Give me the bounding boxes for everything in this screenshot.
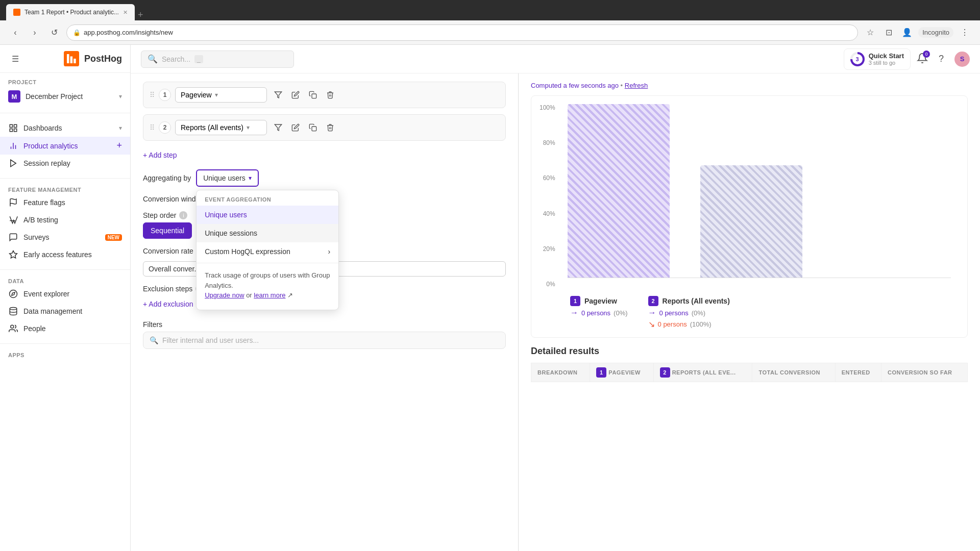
lock-icon: 🔒 [73, 29, 81, 36]
profile-icon[interactable]: 👤 [900, 26, 914, 40]
search-bar[interactable]: 🔍 Search... _ [141, 51, 294, 68]
step-2-dropdown[interactable]: Reports (All events) ▾ [175, 120, 267, 135]
step-2-actions [271, 120, 337, 135]
dropdown-divider [197, 263, 338, 263]
step-2-edit-icon[interactable] [288, 120, 303, 135]
sidebar-item-data-management[interactable]: Data management [0, 303, 130, 320]
compass-icon [8, 289, 18, 299]
col-converted: ENTERED [835, 363, 881, 382]
col-conversion-so-far: TOTAL CONVERSION [752, 363, 835, 382]
bookmark-icon[interactable]: ☆ [863, 26, 877, 40]
reload-button[interactable]: ↺ [47, 26, 61, 40]
step-1-filter-icon[interactable] [271, 88, 285, 102]
step-2-copy-icon[interactable] [306, 120, 320, 135]
user-avatar[interactable]: S [954, 52, 970, 67]
sidebar-item-session-replay-label: Session replay [23, 159, 122, 167]
sequential-button[interactable]: Sequential [143, 222, 192, 239]
topnav-right: 3 Quick Start 3 still to go 0 ? S [844, 48, 970, 70]
step-1-copy-icon[interactable] [306, 88, 320, 102]
aggregating-dropdown[interactable]: Unique users ▾ [196, 169, 259, 187]
dropdown-section-title: EVENT AGGREGATION [197, 194, 338, 206]
browser-nav: ‹ › ↺ 🔒 app.posthog.com/insights/new ☆ ⊡… [0, 20, 980, 45]
aggregating-value: Unique users [203, 174, 246, 182]
legend-reports: 2 Reports (All events) → 0 persons (0%) … [648, 296, 730, 329]
notifications-button[interactable]: 0 [917, 53, 928, 66]
sidebar-divider-1 [0, 113, 130, 113]
sidebar-item-people-label: People [23, 324, 122, 333]
aggregating-label: Aggregating by [143, 174, 191, 182]
sidebar-item-surveys[interactable]: Surveys NEW [0, 229, 130, 246]
drag-handle-2[interactable]: ⠿ [150, 123, 155, 132]
project-selector[interactable]: M December Project ▾ [0, 86, 130, 107]
sidebar-item-dashboards[interactable]: Dashboards ▾ [0, 119, 130, 137]
step-1-edit-icon[interactable] [288, 88, 303, 102]
legend-pageview-arrow-icon: → [570, 308, 578, 317]
project-letter: M [8, 90, 20, 103]
upgrade-now-link[interactable]: Upgrade now [205, 291, 244, 299]
step-row-2: ⠿ 2 Reports (All events) ▾ [143, 114, 506, 141]
upgrade-section: Track usage of groups of users with Grou… [197, 265, 338, 306]
custom-hogql-arrow-icon: › [328, 247, 331, 256]
tab-close-icon[interactable]: ✕ [123, 9, 128, 16]
notification-badge: 0 [923, 51, 930, 58]
active-tab[interactable]: Team 1 Report • Product analytic... ✕ [6, 4, 135, 20]
cast-icon[interactable]: ⊡ [881, 26, 896, 40]
address-bar[interactable]: 🔒 app.posthog.com/insights/new [66, 24, 858, 41]
filter-bar[interactable]: 🔍 Filter internal and user users... [143, 332, 506, 349]
step-1-dropdown[interactable]: Pageview ▾ [175, 87, 267, 103]
svg-rect-6 [10, 129, 12, 132]
sidebar-item-data-management-label: Data management [23, 307, 122, 315]
dropdown-item-unique-sessions[interactable]: Unique sessions [197, 224, 338, 242]
y-label-0: 0% [540, 281, 555, 288]
add-analytics-icon[interactable]: + [116, 140, 122, 151]
sidebar-item-event-explorer[interactable]: Event explorer [0, 285, 130, 303]
sidebar-item-feature-flags[interactable]: Feature flags [0, 194, 130, 211]
search-shortcut: _ [194, 55, 203, 63]
sidebar-header: ☰ PostHog [0, 45, 130, 73]
sidebar-item-early-access[interactable]: Early access features [0, 246, 130, 263]
step-1-delete-icon[interactable] [323, 88, 337, 102]
filter-icon: 🔍 [150, 336, 158, 344]
drag-handle-1[interactable]: ⠿ [150, 91, 155, 99]
svg-marker-16 [12, 292, 15, 295]
sidebar-divider-2 [0, 178, 130, 179]
sidebar-item-product-analytics[interactable]: Product analytics + [0, 137, 130, 155]
results-header-row: BREAKDOWN 1 PAGEVIEW 2 [531, 363, 968, 382]
legend-reports-val2: 0 persons [658, 320, 687, 328]
new-tab-button[interactable]: + [138, 10, 143, 20]
sidebar-item-session-replay[interactable]: Session replay [0, 155, 130, 172]
learn-more-link[interactable]: learn more [254, 291, 285, 299]
forward-button[interactable]: › [28, 26, 42, 40]
add-step-button[interactable]: + Add step [143, 147, 506, 163]
step-2-delete-icon[interactable] [323, 120, 337, 135]
dropdown-item-custom-hogql[interactable]: Custom HogQL expression › [197, 242, 338, 261]
exclusion-steps-label: Exclusion steps [143, 285, 192, 293]
quick-start-number: 3 [852, 54, 863, 64]
step-order-info-icon[interactable]: i [179, 211, 187, 219]
refresh-link[interactable]: Refresh [625, 82, 648, 89]
step-order-label: Step order [143, 211, 176, 219]
svg-rect-4 [10, 124, 12, 127]
quick-start-progress: 3 [850, 52, 865, 66]
surveys-new-badge: NEW [105, 234, 122, 241]
tab-title: Team 1 Report • Product analytic... [24, 9, 119, 16]
hamburger-icon[interactable]: ☰ [8, 52, 22, 66]
sidebar-item-ab-testing[interactable]: A/B testing [0, 211, 130, 229]
quick-start-button[interactable]: 3 Quick Start 3 still to go [844, 48, 911, 70]
sidebar-item-people[interactable]: People [0, 320, 130, 337]
dropdown-item-unique-users[interactable]: Unique users [197, 206, 338, 224]
chart-bars [559, 104, 959, 278]
right-panel: Computed a few seconds ago • Refresh 100… [519, 73, 980, 551]
flag-icon [8, 197, 18, 208]
help-button[interactable]: ? [934, 52, 948, 66]
step-row-1: ⠿ 1 Pageview ▾ [143, 82, 506, 108]
legend-pageview-pct: (0%) [614, 309, 627, 317]
legend-reports-val1: 0 persons [659, 309, 689, 317]
back-button[interactable]: ‹ [8, 26, 22, 40]
sidebar: ☰ PostHog PROJECT M December Project ▾ [0, 45, 131, 551]
step-2-filter-icon[interactable] [271, 120, 285, 135]
detailed-results-heading: Detailed results [531, 346, 968, 357]
conversion-window-label: Conversion window [143, 195, 205, 203]
menu-icon[interactable]: ⋮ [958, 26, 972, 40]
legend-reports-stat1: → 0 persons (0%) [648, 308, 730, 317]
